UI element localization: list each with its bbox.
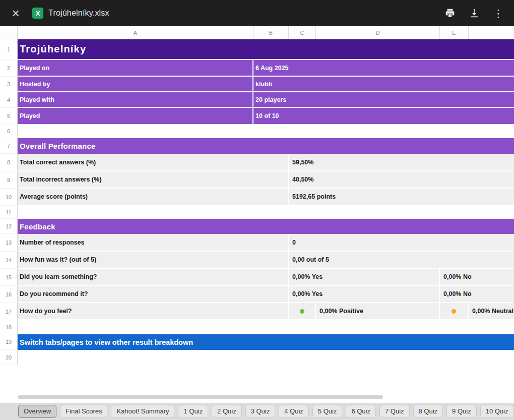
column-header-e: E	[440, 26, 469, 39]
table-row: 3 Hosted by klubli	[0, 77, 514, 92]
tab-4-quiz[interactable]: 4 Quiz	[279, 405, 309, 418]
column-header-b: B	[253, 26, 289, 39]
tab-5-quiz[interactable]: 5 Quiz	[312, 405, 343, 418]
table-row: 14 How fun was it? (out of 5) 0,00 out o…	[0, 252, 514, 269]
total-incorrect-label-cell[interactable]: Total incorrect answers (%)	[18, 171, 289, 189]
header-actions: ⋮	[441, 5, 507, 22]
table-row: 13 Number of responses 0	[0, 234, 514, 252]
table-row: 15 Did you learn something? 0,00% Yes 0,…	[0, 269, 514, 286]
tab-10-quiz[interactable]: 10 Quiz	[480, 405, 514, 418]
meta-value-played-on[interactable]: 6 Aug 2025	[253, 60, 514, 77]
feedback-header-cell[interactable]: Feedback	[18, 219, 514, 234]
row-number: 13	[0, 234, 18, 252]
tab-6-quiz[interactable]: 6 Quiz	[346, 405, 376, 418]
total-correct-value-cell[interactable]: 59,50%	[289, 154, 514, 171]
table-row: 6	[0, 124, 514, 138]
close-icon: ×	[12, 7, 19, 20]
fun-value-cell[interactable]: 0,00 out of 5	[289, 252, 514, 269]
learn-label-cell[interactable]: Did you learn something?	[18, 269, 289, 286]
horizontal-scrollbar[interactable]	[18, 395, 383, 399]
average-score-value-cell[interactable]: 5192,65 points	[289, 189, 514, 206]
tab-9-quiz[interactable]: 9 Quiz	[446, 405, 477, 418]
row-number: 15	[0, 269, 18, 286]
meta-value-played[interactable]: 10 of 10	[253, 108, 514, 124]
positive-dot-cell[interactable]	[289, 303, 316, 320]
meta-label-played-on[interactable]: Played on	[18, 60, 253, 77]
meta-label-played-with[interactable]: Played with	[18, 92, 253, 108]
table-row: 8 Total correct answers (%) 59,50%	[0, 154, 514, 171]
row-number: 6	[0, 124, 18, 138]
row-number: 14	[0, 252, 18, 269]
row-number: 2	[0, 60, 18, 77]
row-number: 7	[0, 138, 18, 154]
average-score-label-cell[interactable]: Average score (points)	[18, 189, 289, 206]
grid-filler-area	[0, 365, 514, 403]
row-number: 9	[0, 171, 18, 189]
download-button[interactable]	[466, 5, 483, 22]
switch-tabs-banner-cell[interactable]: Switch tabs/pages to view other result b…	[18, 334, 514, 350]
overflow-menu-button[interactable]: ⋮	[490, 5, 507, 22]
neutral-dot-cell[interactable]	[440, 303, 469, 320]
total-correct-label-cell[interactable]: Total correct answers (%)	[18, 154, 289, 171]
responses-value-cell[interactable]: 0	[289, 234, 514, 252]
tab-final-scores[interactable]: Final Scores	[60, 405, 107, 418]
total-incorrect-value-cell[interactable]: 40,50%	[289, 171, 514, 189]
column-header-a: A	[18, 26, 253, 39]
table-row: 7 Overall Performance	[0, 138, 514, 154]
table-row: 17 How do you feel? 0,00% Positive 0,00%…	[0, 303, 514, 320]
column-header-row: A B C D E	[0, 26, 514, 39]
table-row: 9 Total incorrect answers (%) 40,50%	[0, 171, 514, 189]
feel-neutral-cell[interactable]: 0,00% Neutral	[469, 303, 514, 320]
row-number: 3	[0, 77, 18, 92]
sheet-tab-bar: Overview Final Scores Kahoot! Summary 1 …	[0, 403, 514, 420]
row-number: 16	[0, 286, 18, 303]
meta-label-hosted-by[interactable]: Hosted by	[18, 77, 253, 92]
neutral-smiley-icon	[452, 309, 456, 314]
responses-label-cell[interactable]: Number of responses	[18, 234, 289, 252]
table-row: 20	[0, 350, 514, 365]
download-icon	[469, 8, 480, 19]
feel-label-cell[interactable]: How do you feel?	[18, 303, 289, 320]
table-row: 18	[0, 320, 514, 334]
meta-label-played[interactable]: Played	[18, 108, 253, 124]
tab-kahoot-summary[interactable]: Kahoot! Summary	[111, 405, 174, 418]
row-number: 19	[0, 334, 18, 350]
meta-value-played-with[interactable]: 20 players	[253, 92, 514, 108]
excel-file-icon: X	[32, 8, 43, 19]
app-header: × X Trojúhelníky.xlsx ⋮	[0, 0, 514, 26]
overall-performance-header-cell[interactable]: Overall Performance	[18, 138, 514, 154]
tab-8-quiz[interactable]: 8 Quiz	[413, 405, 443, 418]
tab-1-quiz[interactable]: 1 Quiz	[178, 405, 208, 418]
table-row: 1 Trojúhelníky	[0, 39, 514, 60]
column-header-blank	[469, 26, 514, 39]
tab-overview[interactable]: Overview	[18, 405, 56, 418]
meta-value-hosted-by[interactable]: klubli	[253, 77, 514, 92]
row-number: 17	[0, 303, 18, 320]
feel-positive-cell[interactable]: 0,00% Positive	[316, 303, 440, 320]
column-header-d: D	[316, 26, 440, 39]
table-row: 19 Switch tabs/pages to view other resul…	[0, 334, 514, 350]
learn-yes-cell[interactable]: 0,00% Yes	[289, 269, 440, 286]
tab-7-quiz[interactable]: 7 Quiz	[379, 405, 410, 418]
sheet-grid: 1 Trojúhelníky 2 Played on 6 Aug 2025 3 …	[0, 39, 514, 365]
print-icon	[444, 8, 456, 19]
table-row: 10 Average score (points) 5192,65 points	[0, 189, 514, 206]
recommend-label-cell[interactable]: Do you recommend it?	[18, 286, 289, 303]
column-header-c: C	[289, 26, 316, 39]
report-title-cell[interactable]: Trojúhelníky	[18, 39, 514, 60]
table-row: 16 Do you recommend it? 0,00% Yes 0,00% …	[0, 286, 514, 303]
row-number: 20	[0, 350, 18, 365]
tab-2-quiz[interactable]: 2 Quiz	[212, 405, 242, 418]
row-number: 12	[0, 219, 18, 234]
recommend-no-cell[interactable]: 0,00% No	[440, 286, 514, 303]
learn-no-cell[interactable]: 0,00% No	[440, 269, 514, 286]
row-number: 4	[0, 92, 18, 108]
grid-corner	[0, 26, 18, 39]
recommend-yes-cell[interactable]: 0,00% Yes	[289, 286, 440, 303]
fun-label-cell[interactable]: How fun was it? (out of 5)	[18, 252, 289, 269]
row-number: 5	[0, 108, 18, 124]
document-title: Trojúhelníky.xlsx	[48, 9, 109, 18]
print-button[interactable]	[441, 5, 459, 22]
close-button[interactable]: ×	[7, 5, 24, 22]
tab-3-quiz[interactable]: 3 Quiz	[245, 405, 276, 418]
